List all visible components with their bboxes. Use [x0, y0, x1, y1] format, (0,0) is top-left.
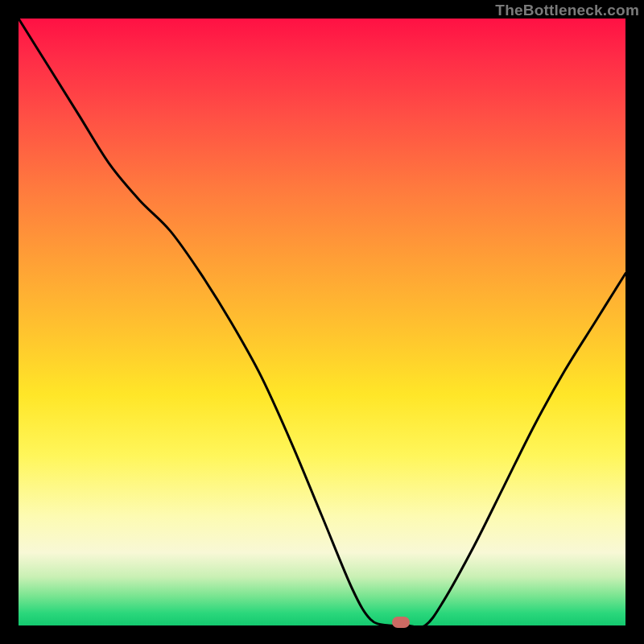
plot-area [19, 19, 625, 625]
optimal-point-marker [392, 617, 410, 628]
bottleneck-curve [19, 19, 625, 625]
chart-frame: TheBottleneck.com [0, 0, 644, 644]
watermark-text: TheBottleneck.com [495, 2, 639, 19]
curve-svg [19, 19, 625, 625]
